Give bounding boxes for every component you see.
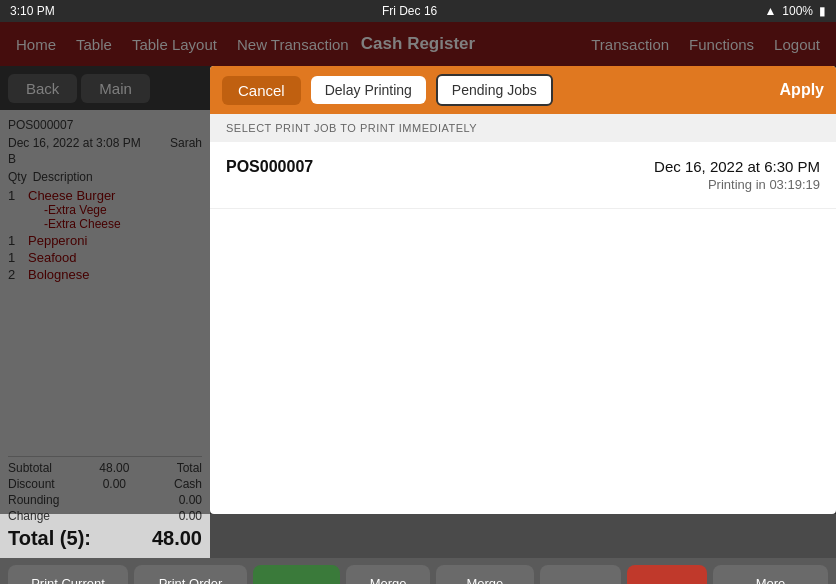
print-job-row[interactable]: POS000007 Dec 16, 2022 at 6:30 PM Printi… (210, 142, 836, 209)
merge-bill-button[interactable]: Merge Bill (346, 565, 430, 584)
modal-apply-button[interactable]: Apply (780, 81, 824, 99)
print-order-list-button[interactable]: Print Order List (134, 565, 247, 584)
battery-level: 100% (782, 4, 813, 18)
grand-total: Total (5): 48.00 (8, 527, 202, 550)
more-functions-button[interactable]: More Functions (713, 565, 828, 584)
print-modal: Cancel Delay Printing Pending Jobs Apply… (210, 66, 836, 514)
status-time: 3:10 PM (10, 4, 55, 18)
battery-icon: ▮ (819, 4, 826, 18)
modal-body: POS000007 Dec 16, 2022 at 6:30 PM Printi… (210, 142, 836, 514)
checkout-button[interactable]: Checkout (540, 565, 621, 584)
print-job-date: Dec 16, 2022 at 6:30 PM (654, 158, 820, 175)
modal-cancel-button[interactable]: Cancel (222, 76, 301, 105)
print-job-details: Dec 16, 2022 at 6:30 PM Printing in 03:1… (654, 158, 820, 192)
status-bar: 3:10 PM Fri Dec 16 ▲ 100% ▮ (0, 0, 836, 22)
void-button[interactable]: Void (627, 565, 707, 584)
modal-header-text: SELECT PRINT JOB TO PRINT IMMEDIATELY (210, 114, 836, 142)
bottom-toolbar: Print Current Bill Print Order List Favo… (0, 558, 836, 584)
print-job-countdown: Printing in 03:19:19 (654, 177, 820, 192)
merge-table-button[interactable]: Merge Table (436, 565, 533, 584)
wifi-icon: ▲ (764, 4, 776, 18)
delay-printing-tab[interactable]: Delay Printing (311, 76, 426, 104)
print-job-id: POS000007 (226, 158, 313, 176)
print-current-bill-button[interactable]: Print Current Bill (8, 565, 128, 584)
favourites-button[interactable]: Favourites (253, 565, 340, 584)
pending-jobs-tab[interactable]: Pending Jobs (436, 74, 553, 106)
modal-toolbar: Cancel Delay Printing Pending Jobs Apply (210, 66, 836, 114)
status-date: Fri Dec 16 (382, 4, 437, 18)
